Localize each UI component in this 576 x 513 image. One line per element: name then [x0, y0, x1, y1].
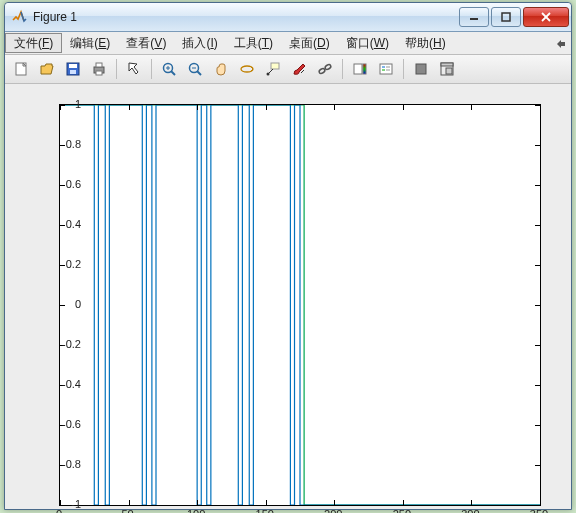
save-button[interactable]: [61, 57, 85, 81]
svg-rect-34: [446, 68, 452, 74]
print-button[interactable]: [87, 57, 111, 81]
menu-help[interactable]: 帮助(H): [397, 32, 454, 54]
plot-svg: [60, 105, 540, 505]
figure-window: Figure 1 文件(F) 编辑(E) 查看(V) 插入(I) 工具(T): [4, 2, 572, 510]
zoom-in-button[interactable]: [157, 57, 181, 81]
xtick-label: 200: [324, 508, 342, 513]
toolbar-separator: [116, 59, 117, 79]
menu-view[interactable]: 查看(V): [118, 32, 174, 54]
menu-window[interactable]: 窗口(W): [338, 32, 397, 54]
menu-tools[interactable]: 工具(T): [226, 32, 281, 54]
menubar: 文件(F) 编辑(E) 查看(V) 插入(I) 工具(T) 桌面(D) 窗口(W…: [5, 32, 571, 55]
toolbar-separator: [403, 59, 404, 79]
link-plot-button[interactable]: [313, 57, 337, 81]
hide-plot-tools-button[interactable]: [409, 57, 433, 81]
xtick-label: 300: [461, 508, 479, 513]
xtick-label: 100: [187, 508, 205, 513]
open-button[interactable]: [35, 57, 59, 81]
close-button[interactable]: [523, 7, 569, 27]
svg-point-22: [318, 68, 325, 74]
insert-legend-button[interactable]: [374, 57, 398, 81]
svg-rect-31: [416, 64, 426, 74]
svg-rect-25: [363, 64, 366, 74]
toolbar-separator: [342, 59, 343, 79]
ytick-label: 1: [41, 98, 81, 110]
toolbar-separator: [151, 59, 152, 79]
menu-file-label: 文件: [14, 35, 38, 52]
xtick-label: 350: [530, 508, 548, 513]
zoom-out-button[interactable]: [183, 57, 207, 81]
svg-rect-9: [96, 63, 102, 67]
dock-figure-button[interactable]: [435, 57, 459, 81]
xtick-label: 150: [256, 508, 274, 513]
menu-desktop[interactable]: 桌面(D): [281, 32, 338, 54]
ytick-label: 0: [41, 298, 81, 310]
ytick-label: 0.4: [41, 218, 81, 230]
toolbar: [5, 55, 571, 84]
svg-line-12: [171, 71, 175, 75]
brush-button[interactable]: [287, 57, 311, 81]
xtick-label: 250: [393, 508, 411, 513]
ytick-label: -0.6: [41, 418, 81, 430]
ytick-label: -0.4: [41, 378, 81, 390]
data-cursor-button[interactable]: [261, 57, 285, 81]
maximize-button[interactable]: [491, 7, 521, 27]
menu-chevron-icon[interactable]: [551, 32, 571, 54]
titlebar[interactable]: Figure 1: [5, 3, 571, 32]
svg-rect-7: [70, 70, 76, 74]
svg-rect-24: [354, 64, 362, 74]
minimize-button[interactable]: [459, 7, 489, 27]
ytick-label: 0.2: [41, 258, 81, 270]
ytick-label: -0.8: [41, 458, 81, 470]
new-figure-button[interactable]: [9, 57, 33, 81]
svg-rect-6: [69, 64, 77, 68]
svg-point-21: [267, 73, 270, 76]
svg-rect-19: [271, 63, 279, 69]
window-title: Figure 1: [33, 10, 457, 24]
pan-button[interactable]: [209, 57, 233, 81]
svg-rect-26: [380, 64, 392, 74]
edit-plot-button[interactable]: [122, 57, 146, 81]
ytick-label: 0.8: [41, 138, 81, 150]
svg-rect-33: [441, 63, 453, 66]
axes[interactable]: [59, 104, 541, 506]
rotate-3d-button[interactable]: [235, 57, 259, 81]
window-buttons: [457, 7, 569, 27]
insert-colorbar-button[interactable]: [348, 57, 372, 81]
plot-area: -1-0.8-0.6-0.4-0.200.20.40.60.8105010015…: [5, 84, 571, 509]
svg-rect-1: [502, 13, 510, 21]
ytick-label: -0.2: [41, 338, 81, 350]
svg-point-23: [324, 64, 331, 70]
app-icon: [11, 9, 27, 25]
svg-line-16: [197, 71, 201, 75]
ytick-label: 0.6: [41, 178, 81, 190]
menu-file[interactable]: 文件(F): [5, 33, 62, 53]
menu-edit[interactable]: 编辑(E): [62, 32, 118, 54]
svg-rect-10: [96, 71, 102, 75]
xtick-label: 50: [121, 508, 133, 513]
xtick-label: 0: [56, 508, 62, 513]
menu-insert[interactable]: 插入(I): [174, 32, 225, 54]
